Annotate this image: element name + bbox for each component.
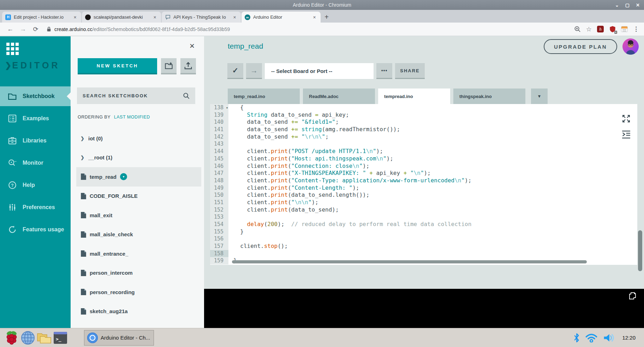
browser-tab-arduino-editor[interactable]: ∞ Arduino Editor × xyxy=(242,12,321,23)
code-line-156[interactable]: 156 xyxy=(210,235,637,243)
window-maximize-button[interactable]: ▢ xyxy=(625,2,630,8)
vertical-scrollbar-thumb[interactable] xyxy=(638,230,642,271)
taskbar-clock[interactable]: 12:20 xyxy=(622,335,636,341)
sketchbook-search-input[interactable] xyxy=(83,93,183,98)
extension-shield-icon[interactable]: 4 xyxy=(609,26,616,32)
sketch-item-person-recording[interactable]: person_recording xyxy=(76,282,201,302)
code-line-143[interactable]: 143 xyxy=(210,140,637,148)
code-line-158[interactable]: 158 xyxy=(210,250,637,257)
code-line-155[interactable]: 155 } xyxy=(210,228,637,236)
code-line-152[interactable]: 152 client.print(data_to_send); xyxy=(210,206,637,214)
more-options-button[interactable]: ••• xyxy=(376,63,392,79)
sketch-item-mall-entrance[interactable]: mall_entrance_ xyxy=(76,244,201,263)
fullscreen-icon[interactable] xyxy=(621,114,631,123)
code-line-141[interactable]: 141 data_to_send += string(amg.readTherm… xyxy=(210,126,637,133)
autoformat-icon[interactable] xyxy=(621,130,631,139)
code-text: delay(200); // reduced delay to perform … xyxy=(228,221,471,228)
sidebar-item-libraries[interactable]: Libraries xyxy=(0,131,71,151)
sketch-item-mall-aisle-check[interactable]: mall_aisle_check xyxy=(76,225,201,244)
browser-tab-github[interactable]: scaleapi/pandaset-devki × xyxy=(82,12,161,23)
sidebar-item-preferences[interactable]: Preferences xyxy=(0,197,71,217)
reload-icon[interactable]: ⟳ xyxy=(30,25,41,33)
import-sketch-button[interactable] xyxy=(180,58,196,74)
forward-icon[interactable]: → xyxy=(18,25,28,33)
code-line-151[interactable]: 151 client.print("\n\n"); xyxy=(210,199,637,206)
taskbar-window-button[interactable]: Arduino Editor - Ch... xyxy=(84,330,154,346)
code-line-153[interactable]: 153 xyxy=(210,213,637,221)
panel-close-icon[interactable]: ✕ xyxy=(189,42,195,50)
wifi-icon[interactable] xyxy=(585,333,597,342)
tab-close-icon[interactable]: × xyxy=(232,14,238,20)
browser-tab-hackster[interactable]: H Edit project - Hackster.io × xyxy=(2,12,81,23)
ordering-value-link[interactable]: LAST MODIFIED xyxy=(114,115,150,120)
tab-close-icon[interactable]: × xyxy=(311,14,317,20)
code-line-139[interactable]: 139 String data_to_send = api_key; xyxy=(210,111,637,119)
browser-menu-icon[interactable]: ⋮ xyxy=(633,25,639,33)
volume-icon[interactable] xyxy=(603,333,616,343)
web-browser-globe-icon[interactable] xyxy=(20,330,36,346)
tab-list-dropdown-button[interactable]: ▼ xyxy=(531,89,548,104)
sketchbook-folder-root-1[interactable]: ❯__root (1) xyxy=(76,148,201,168)
sketch-item-sketch-aug21a[interactable]: sketch_aug21a xyxy=(76,302,201,321)
new-sketch-button[interactable]: NEW SKETCH xyxy=(78,58,157,74)
sketch-item-mall-exit[interactable]: mall_exit xyxy=(76,206,201,225)
omnibox[interactable]: create.arduino.cc/editor/Schemobotics/bd… xyxy=(47,26,570,32)
sidebar-item-examples[interactable]: Examples xyxy=(0,109,71,128)
code-line-146[interactable]: 146 client.print("Connection: close\n"); xyxy=(210,163,637,170)
file-tab-temp-read-ino[interactable]: temp_read.ino xyxy=(228,89,300,104)
code-line-147[interactable]: 147 client.print("X-THINGSPEAKAPIKEY: " … xyxy=(210,170,637,177)
code-line-145[interactable]: 145 client.print("Host: api.thingspeak.c… xyxy=(210,155,637,163)
zoom-icon[interactable] xyxy=(574,26,581,32)
new-folder-button[interactable] xyxy=(161,58,177,74)
sketchbook-folder-iot-0[interactable]: ❯iot (0) xyxy=(76,129,201,148)
upload-button[interactable]: → xyxy=(246,63,262,79)
new-tab-button[interactable]: + xyxy=(321,12,332,23)
code-line-148[interactable]: 148 client.print("Content-Type: applicat… xyxy=(210,177,637,184)
sidebar-item-sketchbook[interactable]: Sketchbook xyxy=(0,86,71,106)
code-line-149[interactable]: 149 client.print("Content-Length: "); xyxy=(210,184,637,192)
sketch-item-code-for-aisle[interactable]: CODE_FOR_AISLE xyxy=(76,187,201,206)
extension-card-icon[interactable] xyxy=(621,26,628,32)
extension-hackster-icon[interactable]: h xyxy=(597,26,604,32)
sidebar-item-features-usage[interactable]: Features usage xyxy=(0,220,71,239)
line-number: 156 xyxy=(210,235,228,243)
code-line-140[interactable]: 140 data_to_send += "&field1="; xyxy=(210,118,637,126)
code-text xyxy=(228,235,233,243)
code-line-142[interactable]: 142 data_to_send += "\r\n\"; xyxy=(210,133,637,141)
window-close-button[interactable]: ✕ xyxy=(636,2,640,8)
bluetooth-icon[interactable] xyxy=(574,333,580,343)
browser-tab-thingspeak[interactable]: API Keys - ThingSpeak Io × xyxy=(162,12,241,23)
file-tab-thingspeak-ino[interactable]: thingspeak.ino xyxy=(453,89,525,104)
window-shade-button[interactable]: ⌄ xyxy=(615,2,619,8)
code-line-157[interactable]: 157 client.stop(); xyxy=(210,243,637,250)
code-line-150[interactable]: 150 client.print(data_to_send.length()); xyxy=(210,191,637,199)
back-icon[interactable]: ← xyxy=(5,25,16,33)
sketch-item-person-intercom[interactable]: person_intercom xyxy=(76,263,201,283)
app-launcher-grid-icon[interactable] xyxy=(6,43,19,55)
file-tab-readme-adoc[interactable]: ReadMe.adoc xyxy=(303,89,375,104)
share-button[interactable]: SHARE xyxy=(395,63,425,79)
code-line-144[interactable]: 144 client.print("POST /update HTTP/1.1\… xyxy=(210,148,637,155)
code-line-138[interactable]: 138▾ { xyxy=(210,104,637,111)
user-avatar[interactable] xyxy=(622,38,639,55)
sidebar-item-monitor[interactable]: Monitor xyxy=(0,153,71,173)
board-port-select[interactable]: -- Select Board or Port -- xyxy=(265,63,374,79)
sketch-actions-badge-icon[interactable]: ▼ xyxy=(120,173,127,180)
code-line-154[interactable]: 154 delay(200); // reduced delay to perf… xyxy=(210,221,637,228)
tab-close-icon[interactable]: × xyxy=(72,14,78,20)
tab-close-icon[interactable]: × xyxy=(152,14,158,20)
bookmark-star-icon[interactable]: ☆ xyxy=(586,25,592,33)
code-editor[interactable]: 138▾ {139 String data_to_send = api_key;… xyxy=(210,104,637,265)
file-manager-icon[interactable] xyxy=(36,330,52,346)
copy-output-icon[interactable] xyxy=(628,291,637,302)
file-tab-tempread-ino[interactable]: tempread.ino xyxy=(378,89,450,104)
terminal-icon[interactable]: >_ xyxy=(52,330,68,346)
verify-button[interactable]: ✓ xyxy=(227,63,243,79)
fold-arrow-icon[interactable]: ▾ xyxy=(226,104,228,112)
sketch-item-temp-read[interactable]: temp_read▼ xyxy=(76,167,201,187)
sidebar-item-help[interactable]: ? Help xyxy=(0,175,71,195)
horizontal-scrollbar[interactable] xyxy=(232,260,587,263)
raspberry-menu-icon[interactable] xyxy=(4,330,20,346)
upgrade-plan-button[interactable]: UPGRADE PLAN xyxy=(544,39,617,54)
sketch-label: mall_aisle_check xyxy=(90,231,133,237)
